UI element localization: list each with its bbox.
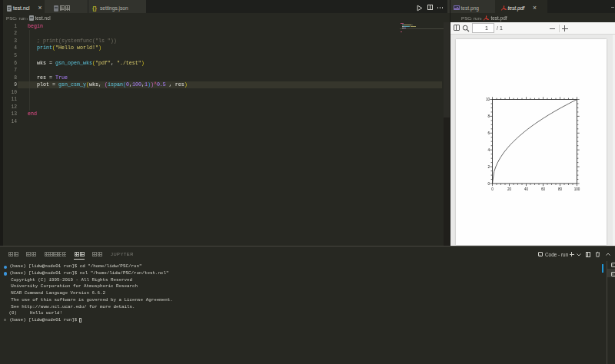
svg-text:80: 80 [558,187,563,191]
svg-text:100: 100 [574,187,580,191]
svg-text:10: 10 [486,98,490,101]
svg-text:2: 2 [487,165,490,169]
svg-text:8: 8 [487,114,490,118]
svg-text:6: 6 [487,131,490,135]
svg-text:0: 0 [491,187,494,191]
svg-text:60: 60 [541,187,546,191]
svg-text:20: 20 [507,187,512,191]
svg-text:0: 0 [487,182,490,186]
svg-text:40: 40 [524,187,529,191]
svg-text:4: 4 [487,148,490,152]
